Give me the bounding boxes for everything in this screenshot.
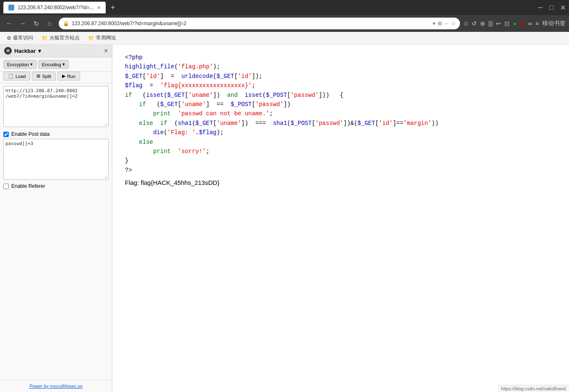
dropdown-arrow[interactable]: ▾ (433, 21, 435, 26)
code-flag: $flag (125, 82, 143, 89)
encoding-label: Encoding (42, 62, 61, 67)
connect-icon[interactable]: ∞ (528, 20, 532, 27)
enable-post-label: Enable Post data (11, 131, 49, 137)
run-icon: ▶ (62, 73, 65, 79)
hackbar-action-buttons: 📋 Load ⊞ Split ▶ Run (0, 72, 112, 83)
folder1-icon: 📁 (42, 35, 48, 41)
flag-label: Flag: flag{HACK_45hhs_213sDD} (125, 179, 219, 186)
title-bar: 123.206.87.240:8002/web7/?id=... × + ─ □… (0, 0, 569, 15)
code-highlight: highlight_file (125, 63, 174, 70)
home-button[interactable]: ⌂ (44, 18, 55, 29)
split-icon: ⊞ (36, 73, 40, 79)
window-controls: ─ □ ✕ (538, 4, 566, 12)
split-label: Split (42, 74, 51, 79)
status-bar: https://blog.csdn.net/nailuBrand (498, 385, 569, 392)
hackbar-header: H Hackbar ▾ × (0, 44, 112, 57)
hackbar-url-input[interactable]: http://123.206.87.240:8002 /web7/?id=mar… (4, 86, 108, 120)
php-close-tag: ?> (125, 167, 132, 174)
enable-referer-label: Enable Referer (11, 183, 45, 189)
encoding-arrow: ▾ (62, 62, 65, 67)
network-icon[interactable]: ⊞ (438, 21, 442, 26)
menu-button[interactable]: ≡ (535, 20, 539, 27)
minimize-button[interactable]: ─ (538, 4, 543, 12)
hackbar-sidebar: H Hackbar ▾ × Encryption ▾ Encoding ▾ 📋 … (0, 44, 112, 392)
code-if2 (125, 101, 139, 108)
tab-close-button[interactable]: × (97, 4, 101, 11)
more-options[interactable]: ··· (444, 21, 449, 26)
php-code-block: <?php highlight_file('flag.php'); $_GET[… (125, 53, 556, 175)
hackbar-url-area: http://123.206.87.240:8002 /web7/?id=mar… (3, 86, 109, 127)
hackbar-dropdown-arrow[interactable]: ▾ (38, 48, 41, 54)
post-resize-handle[interactable]: ⊿ (4, 174, 108, 179)
back2-icon[interactable]: ↩ (496, 20, 501, 27)
nav-right-icons: ✩ ↺ ⊕ ||| ↩ ⊡ ● O ∞ ≡ 移动书签 (463, 20, 566, 27)
refresh-button[interactable]: ↻ (30, 18, 42, 29)
enable-post-container: Enable Post data (0, 130, 112, 139)
folder1-label: 火狐官方站点 (49, 34, 80, 42)
settings-icon: ⚙ (7, 35, 11, 41)
folder2-label: 常用网址 (96, 34, 116, 42)
url-display: 123.206.87.240:8002/web7/?id=margin&unam… (72, 21, 430, 26)
nav-bar: ← → ↻ ⌂ 🔒 123.206.87.240:8002/web7/?id=m… (0, 15, 569, 32)
php-open-tag: <?php (125, 54, 143, 61)
hackbar-post-input[interactable]: passwd[]=3 (4, 139, 108, 173)
bookmark-settings[interactable]: ⚙ 最常访问 (3, 34, 36, 42)
code-get-id: $_GET (125, 73, 143, 80)
new-tab-button[interactable]: + (111, 3, 115, 12)
hackbar-logo: H (4, 47, 12, 55)
tab-favicon (8, 5, 14, 10)
library-icon[interactable]: ||| (488, 20, 493, 27)
mobile-bookmarks-label[interactable]: 移动书签 (542, 20, 566, 27)
sync-icon[interactable]: ⊡ (504, 20, 509, 27)
bookmark-icon[interactable]: ✩ (463, 20, 468, 27)
browser-tab[interactable]: 123.206.87.240:8002/web7/?id=... × (3, 2, 106, 13)
encryption-arrow: ▾ (30, 62, 33, 67)
flag-output: Flag: flag{HACK_45hhs_213sDD} (125, 179, 556, 186)
hackbar-post-area: passwd[]=3 ⊿ (3, 139, 109, 180)
hackbar-footer: Power by mxcx@fosec.vn (0, 380, 112, 392)
status-url: https://blog.csdn.net/nailuBrand (501, 386, 566, 391)
address-bar[interactable]: 🔒 123.206.87.240:8002/web7/?id=margin&un… (59, 18, 460, 29)
bookmark-star[interactable]: ☆ (451, 21, 456, 26)
close-window-button[interactable]: ✕ (560, 4, 566, 12)
tab-title: 123.206.87.240:8002/web7/?id=... (18, 5, 94, 10)
split-button[interactable]: ⊞ Split (32, 72, 55, 80)
bookmark-firefox[interactable]: 📁 火狐官方站点 (38, 34, 83, 42)
bookmarks-bar: ⚙ 最常访问 📁 火狐官方站点 📁 常用网址 (0, 32, 569, 44)
hackbar-toolbar: Encryption ▾ Encoding ▾ (0, 57, 112, 72)
address-actions: ▾ ⊞ ··· ☆ (433, 21, 456, 26)
forward-button[interactable]: → (17, 18, 29, 29)
content-area: H Hackbar ▾ × Encryption ▾ Encoding ▾ 📋 … (0, 44, 569, 392)
url-resize-handle[interactable]: ⊿ (4, 121, 108, 127)
code-if: if (125, 92, 132, 99)
encryption-dropdown[interactable]: Encryption ▾ (3, 60, 36, 69)
run-label: Run (67, 74, 75, 79)
hackbar-footer-link[interactable]: Power by mxcx@fosec.vn (29, 384, 83, 389)
run-button[interactable]: ▶ Run (57, 72, 80, 80)
enable-referer-checkbox[interactable] (3, 184, 9, 189)
bookmark-common[interactable]: 📁 常用网址 (85, 34, 120, 42)
maximize-button[interactable]: □ (549, 4, 553, 12)
load-button[interactable]: 📋 Load (3, 72, 30, 80)
page-content: <?php highlight_file('flag.php'); $_GET[… (112, 44, 569, 392)
green-circle-icon: ● (513, 20, 516, 27)
hackbar-close-button[interactable]: × (104, 47, 108, 54)
settings-label: 最常访问 (13, 34, 33, 42)
hackbar-title: Hackbar (14, 48, 36, 54)
history-icon[interactable]: ↺ (472, 20, 477, 27)
encryption-label: Encryption (7, 62, 29, 67)
load-label: Load (16, 74, 26, 79)
load-icon: 📋 (8, 73, 14, 79)
encoding-dropdown[interactable]: Encoding ▾ (38, 60, 69, 69)
opera-icon[interactable]: O (520, 20, 525, 27)
extension-icon[interactable]: ⊕ (480, 20, 485, 27)
enable-post-checkbox[interactable] (3, 132, 9, 137)
enable-referer-container: Enable Referer (0, 182, 112, 191)
security-icon: 🔒 (63, 21, 69, 26)
back-button[interactable]: ← (3, 18, 15, 29)
folder2-icon: 📁 (88, 35, 94, 41)
